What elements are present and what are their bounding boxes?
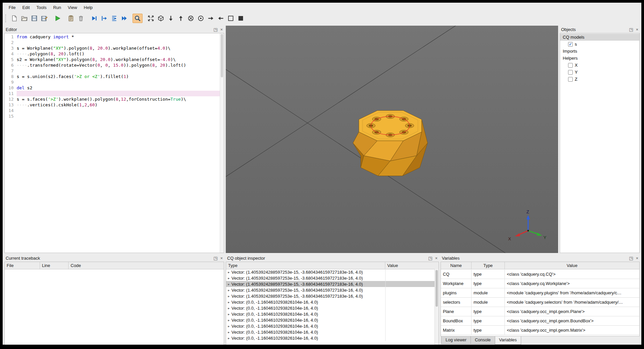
view-down-button[interactable]: [166, 14, 176, 23]
menu-item-edit[interactable]: Edit: [19, 3, 33, 12]
code-editor[interactable]: 1from cadquery import *23s = Workplane("…: [4, 33, 224, 253]
tree-item-x[interactable]: X: [560, 62, 639, 69]
inspector-row[interactable]: ▸Vector: (0.0, -1.1604610293826104e-16, …: [226, 335, 435, 341]
variables-header-name[interactable]: Name: [441, 262, 472, 269]
save-button[interactable]: [29, 14, 39, 23]
view-front-button[interactable]: [186, 14, 196, 23]
variables-row[interactable]: pluginsmodule<module 'cadquery.plugins' …: [441, 288, 639, 298]
float-panel-icon[interactable]: ◳: [213, 256, 217, 260]
open-button[interactable]: [19, 14, 29, 23]
inspector-row[interactable]: ▸Vector: (0.0, -1.1604610293826104e-16, …: [226, 305, 435, 311]
code-line-9[interactable]: 9: [5, 79, 220, 85]
code-line-5[interactable]: 5s2 = Workplane("XY").polygon(8, 20.0).w…: [5, 57, 220, 62]
traceback-panel-titlebar[interactable]: Current traceback ◳ ×: [4, 254, 224, 262]
checkbox-x[interactable]: [568, 63, 573, 68]
view-back-button[interactable]: [196, 14, 206, 23]
variables-row[interactable]: Matrixtype<class 'cadquery.occ_impl.geom…: [441, 326, 639, 335]
float-panel-icon[interactable]: ◳: [629, 256, 633, 260]
float-panel-icon[interactable]: ◳: [428, 256, 432, 260]
variables-panel-titlebar[interactable]: Variables ◳ ×: [441, 254, 640, 262]
tab-variables[interactable]: Variables: [495, 336, 521, 345]
checkbox-z[interactable]: [568, 77, 573, 82]
expander-icon[interactable]: ▸: [226, 294, 231, 298]
tree-item-z[interactable]: Z: [560, 76, 639, 83]
code-line-1[interactable]: 1from cadquery import *: [5, 34, 220, 40]
expander-icon[interactable]: ▸: [226, 324, 231, 328]
close-panel-icon[interactable]: ×: [435, 256, 438, 260]
step-button[interactable]: [99, 14, 109, 23]
clipboard-button[interactable]: [66, 14, 76, 23]
menu-item-view[interactable]: View: [65, 3, 81, 12]
cad-model[interactable]: [353, 111, 428, 176]
code-line-7[interactable]: 7: [5, 68, 220, 74]
float-panel-icon[interactable]: ◳: [213, 27, 217, 32]
traceback-header-line[interactable]: Line: [40, 262, 69, 269]
expander-icon[interactable]: ▸: [226, 288, 231, 292]
3d-viewport[interactable]: Z Y X: [226, 26, 558, 253]
inspector-row[interactable]: ▸Vector: (1.4053924288597253e-15, -3.680…: [226, 281, 435, 287]
code-line-11[interactable]: 11: [5, 91, 220, 96]
inspector-row[interactable]: ▸Vector: (0.0, -1.1604610293826104e-16, …: [226, 323, 435, 329]
fit-view-button[interactable]: [146, 14, 156, 23]
objects-panel-titlebar[interactable]: Objects ◳ ×: [560, 26, 640, 33]
close-panel-icon[interactable]: ×: [220, 256, 223, 260]
inspector-row[interactable]: ▸Vector: (0.0, -1.1604610293826104e-16, …: [226, 299, 435, 305]
code-line-2[interactable]: 2: [5, 40, 220, 45]
zoom-select-button[interactable]: [133, 14, 143, 23]
tree-group-imports[interactable]: Imports: [560, 48, 639, 55]
code-line-12[interactable]: 12s = s.faces('>Z').workplane().polygon(…: [5, 96, 220, 102]
inspector-row[interactable]: ▸Vector: (0.0, -1.1604610293826104e-16, …: [226, 329, 435, 335]
variables-header-value[interactable]: Value: [505, 262, 639, 269]
expander-icon[interactable]: ▸: [226, 300, 231, 304]
delete-button[interactable]: [76, 14, 86, 23]
tab-console[interactable]: Console: [471, 336, 495, 344]
iso-view-button[interactable]: [156, 14, 166, 23]
expander-icon[interactable]: ▸: [226, 330, 231, 334]
checkbox-y[interactable]: [568, 70, 573, 75]
variables-row[interactable]: BoundBoxtype<class 'cadquery.occ_impl.ge…: [441, 316, 639, 326]
inspector-row[interactable]: ▸Vector: (1.4053924288597253e-15, -3.680…: [226, 269, 435, 275]
traceback-header-file[interactable]: File: [5, 262, 40, 269]
variables-row[interactable]: selectorsmodule<module 'cadquery.selecto…: [441, 298, 639, 307]
editor-scrollbar[interactable]: [220, 33, 224, 253]
menu-item-help[interactable]: Help: [81, 3, 96, 12]
menu-item-file[interactable]: File: [5, 3, 19, 12]
inspector-scrollbar[interactable]: [435, 269, 439, 345]
variables-row[interactable]: Workplanetype<class 'cadquery.cq.Workpla…: [441, 279, 639, 288]
inspector-row[interactable]: ▸Vector: (1.4053924288597253e-15, -3.680…: [226, 275, 435, 281]
tree-item-y[interactable]: Y: [560, 69, 639, 76]
inspector-header-type[interactable]: Type: [226, 262, 385, 269]
toolbar-drag-handle[interactable]: [5, 14, 7, 22]
shaded-button[interactable]: [236, 14, 246, 23]
new-file-button[interactable]: [9, 14, 19, 23]
tree-item-s[interactable]: ✓s: [560, 41, 639, 48]
wireframe-button[interactable]: [226, 14, 236, 23]
view-up-button[interactable]: [176, 14, 186, 23]
debug-button[interactable]: [89, 14, 99, 23]
scrollbar-thumb[interactable]: [436, 270, 438, 307]
expander-icon[interactable]: ▸: [226, 312, 231, 316]
inspector-row[interactable]: ▸Vector: (1.4053924288597253e-15, -3.680…: [226, 293, 435, 299]
continue-button[interactable]: [119, 14, 129, 23]
editor-panel-titlebar[interactable]: Editor ◳ ×: [4, 26, 224, 33]
close-panel-icon[interactable]: ×: [636, 256, 638, 260]
float-panel-icon[interactable]: ◳: [629, 27, 633, 32]
menu-item-run[interactable]: Run: [50, 3, 65, 12]
variables-row[interactable]: CQtype<class 'cadquery.cq.CQ'>: [441, 270, 639, 279]
inspector-row[interactable]: ▸Vector: (1.4053924288597253e-15, -3.680…: [226, 287, 435, 293]
step-in-button[interactable]: [109, 14, 119, 23]
code-line-3[interactable]: 3s = Workplane("XY").polygon(8, 20.0).wo…: [5, 45, 220, 51]
code-line-13[interactable]: 13····.vertices().cskHole(1,2,60): [5, 102, 220, 108]
expander-icon[interactable]: ▸: [226, 282, 231, 286]
expander-icon[interactable]: ▸: [226, 318, 231, 322]
inspector-header-value[interactable]: Value: [385, 262, 439, 269]
menu-item-tools[interactable]: Tools: [33, 3, 50, 12]
tree-group-helpers[interactable]: Helpers: [560, 55, 639, 62]
inspector-row[interactable]: ▸Vector: (0.0, -1.1604610293826104e-16, …: [226, 311, 435, 317]
code-line-6[interactable]: 6····.transformed(rotate=Vector(0, 0, 15…: [5, 62, 220, 68]
inspector-row[interactable]: ▸Vector: (0.0, -1.1604610293826104e-16, …: [226, 317, 435, 323]
variables-row[interactable]: Planetype<class 'cadquery.occ_impl.geom.…: [441, 307, 639, 316]
save-as-button[interactable]: [39, 14, 49, 23]
run-button[interactable]: [53, 14, 63, 23]
tab-log-viewer[interactable]: Log viewer: [441, 336, 471, 344]
